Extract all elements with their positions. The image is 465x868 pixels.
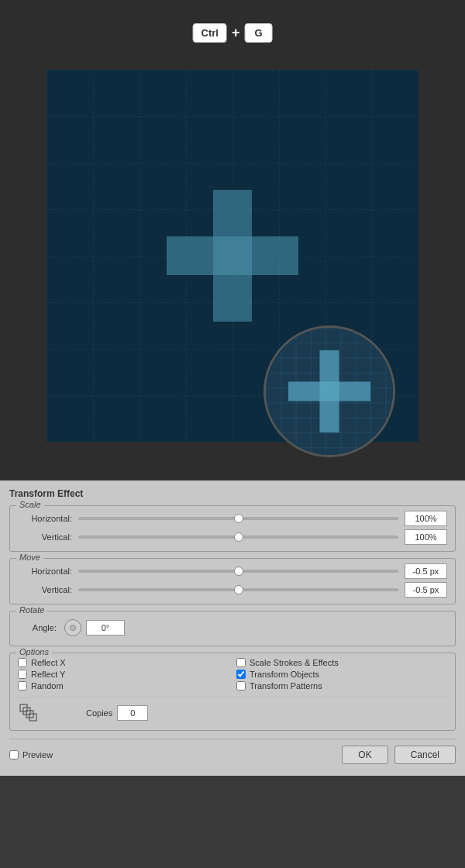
move-horizontal-label: Horizontal: [18, 567, 72, 576]
reflect-x-row: Reflect X [18, 658, 229, 667]
zoom-circle [264, 326, 395, 457]
copies-svg-icon [19, 704, 38, 722]
rotate-label: Rotate [16, 605, 47, 615]
move-section: Move Horizontal: Vertical: [9, 558, 456, 604]
rotate-row: Angle: [18, 616, 447, 639]
random-label: Random [31, 681, 64, 691]
move-vertical-slider[interactable] [78, 588, 398, 591]
canvas-area: Ctrl + G [0, 0, 465, 480]
scale-horizontal-row: Horizontal: [18, 511, 447, 526]
random-checkbox[interactable] [18, 681, 27, 691]
scale-horizontal-slider[interactable] [78, 517, 398, 520]
bottom-row: Preview OK Cancel [9, 739, 456, 764]
svg-rect-2 [167, 236, 298, 275]
copies-icon [18, 702, 40, 724]
options-grid: Reflect X Scale Strokes & Effects Reflec… [18, 658, 447, 691]
scale-vertical-row: Vertical: [18, 529, 447, 545]
scale-strokes-checkbox[interactable] [236, 658, 246, 667]
scale-strokes-label: Scale Strokes & Effects [250, 658, 339, 667]
move-horizontal-input[interactable] [405, 563, 447, 579]
move-horizontal-slider[interactable] [78, 570, 398, 573]
transform-objects-checkbox[interactable] [236, 670, 246, 679]
move-vertical-input[interactable] [405, 582, 447, 598]
reflect-y-row: Reflect Y [18, 670, 229, 679]
transform-patterns-label: Transform Patterns [250, 681, 322, 691]
scale-vertical-slider[interactable] [78, 536, 398, 539]
scale-horizontal-label: Horizontal: [18, 514, 72, 523]
reflect-y-checkbox[interactable] [18, 670, 27, 679]
transform-patterns-checkbox[interactable] [236, 681, 246, 691]
move-horizontal-row: Horizontal: [18, 563, 447, 579]
angle-dial[interactable] [64, 619, 81, 636]
grid-canvas [46, 70, 418, 442]
scale-horizontal-input[interactable] [405, 511, 447, 526]
scale-label: Scale [16, 500, 44, 509]
ok-button[interactable]: OK [342, 746, 388, 764]
rotate-section: Rotate Angle: [9, 611, 456, 646]
scale-section: Scale Horizontal: Vertical: [9, 505, 456, 552]
move-vertical-row: Vertical: [18, 582, 447, 598]
reflect-x-checkbox[interactable] [18, 658, 27, 667]
scale-strokes-row: Scale Strokes & Effects [236, 658, 447, 667]
preview-label: Preview [22, 750, 53, 760]
transform-objects-row: Transform Objects [236, 670, 447, 679]
ctrl-key: Ctrl [193, 23, 227, 43]
svg-rect-6 [288, 381, 370, 401]
copies-row: Copies [18, 697, 447, 724]
options-section: Options Reflect X Scale Strokes & Effect… [9, 653, 456, 731]
shortcut-display: Ctrl + G [193, 23, 273, 43]
angle-input[interactable] [86, 620, 125, 636]
preview-checkbox[interactable] [9, 750, 19, 760]
reflect-x-label: Reflect X [31, 658, 66, 667]
cancel-button[interactable]: Cancel [394, 746, 456, 764]
move-label: Move [16, 553, 43, 562]
panel-title: Transform Effect [9, 488, 456, 499]
random-row: Random [18, 681, 229, 691]
copies-input[interactable] [117, 705, 148, 721]
angle-label: Angle: [18, 623, 57, 632]
g-key: G [244, 23, 272, 43]
transform-objects-label: Transform Objects [250, 670, 319, 679]
reflect-y-label: Reflect Y [31, 670, 65, 679]
copies-label-text: Copies [86, 708, 112, 718]
scale-vertical-input[interactable] [405, 529, 447, 545]
scale-vertical-label: Vertical: [18, 532, 72, 542]
plus-symbol: + [232, 25, 240, 41]
angle-dial-inner [70, 625, 76, 631]
options-label: Options [16, 647, 52, 656]
preview-row: Preview [9, 750, 336, 760]
transform-effect-panel: Transform Effect Scale Horizontal: Verti… [0, 480, 465, 776]
transform-patterns-row: Transform Patterns [236, 681, 447, 691]
move-vertical-label: Vertical: [18, 585, 72, 594]
